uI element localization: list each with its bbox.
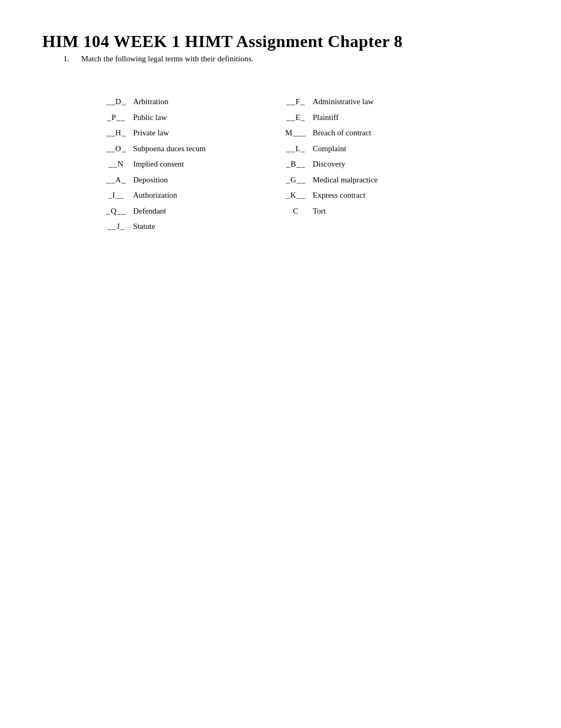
term-label: Public law: [133, 111, 167, 125]
answer-blank: _G__: [285, 173, 306, 187]
list-item: __A_Deposition: [106, 173, 243, 187]
term-label: Arbitration: [133, 95, 169, 109]
answer-blank: __E_: [285, 111, 306, 125]
term-label: Medical malpractice: [313, 173, 378, 187]
term-label: Administrative law: [313, 95, 373, 109]
answer-blank: __F_: [285, 95, 306, 109]
answer-blank: __D_: [106, 95, 127, 109]
list-item: _G__Medical malpractice: [285, 173, 423, 187]
instruction: 1. Match the following legal terms with …: [63, 54, 519, 63]
term-label: Implied consent: [133, 158, 184, 171]
term-label: Defendant: [133, 205, 166, 218]
term-label: Breach of contract: [313, 126, 371, 140]
list-item: _I__Authorization: [106, 189, 243, 202]
answer-blank: __O_: [106, 142, 127, 156]
term-label: Express contract: [313, 189, 366, 202]
list-item: __O_Subpoena duces tecum: [106, 142, 243, 156]
term-label: Statute: [133, 220, 155, 234]
answer-blank: __J_: [106, 220, 127, 234]
list-item: __J_Statute: [106, 220, 243, 234]
answer-blank: M___: [285, 126, 306, 140]
left-column: __D_Arbitration_P__Public law__H_Private…: [106, 95, 243, 234]
list-item: M___Breach of contract: [285, 126, 423, 140]
answer-blank: _Q__: [106, 205, 127, 218]
term-label: Discovery: [313, 158, 345, 171]
right-column: __F_Administrative law__E_PlaintiffM___B…: [285, 95, 423, 234]
term-label: Deposition: [133, 173, 168, 187]
list-item: _P__Public law: [106, 111, 243, 125]
list-item: __E_Plaintiff: [285, 111, 423, 125]
term-label: Complaint: [313, 142, 346, 156]
term-label: Private law: [133, 126, 169, 140]
list-item: _K__Express contract: [285, 189, 423, 202]
term-label: Subpoena duces tecum: [133, 142, 205, 156]
answer-blank: _K__: [285, 189, 306, 202]
answer-blank: _B__: [285, 158, 306, 171]
list-item: CTort: [285, 205, 423, 218]
list-item: __L_Complaint: [285, 142, 423, 156]
matching-container: __D_Arbitration_P__Public law__H_Private…: [106, 95, 519, 234]
answer-blank: _P__: [106, 111, 127, 125]
list-item: __F_Administrative law: [285, 95, 423, 109]
list-item: __NImplied consent: [106, 158, 243, 171]
instruction-text: Match the following legal terms with the…: [81, 54, 254, 63]
list-item: __H_Private law: [106, 126, 243, 140]
answer-blank: __N: [106, 158, 127, 171]
term-label: Tort: [313, 205, 326, 218]
list-item: _B__Discovery: [285, 158, 423, 171]
answer-blank: _I__: [106, 189, 127, 202]
answer-blank: C: [285, 205, 306, 218]
answer-blank: __A_: [106, 173, 127, 187]
answer-blank: __L_: [285, 142, 306, 156]
term-label: Authorization: [133, 189, 177, 202]
answer-blank: __H_: [106, 126, 127, 140]
page-title: HIM 104 WEEK 1 HIMT Assignment Chapter 8: [42, 32, 519, 51]
instruction-number: 1.: [63, 54, 79, 63]
list-item: _Q__Defendant: [106, 205, 243, 218]
term-label: Plaintiff: [313, 111, 339, 125]
list-item: __D_Arbitration: [106, 95, 243, 109]
